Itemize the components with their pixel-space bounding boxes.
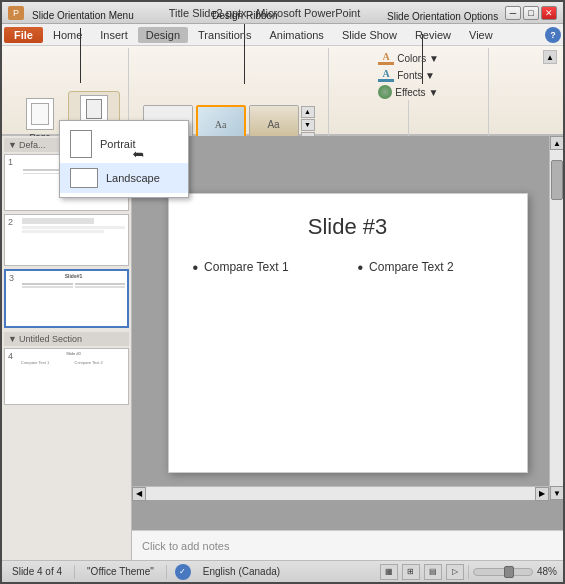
- scroll-h-track: [146, 487, 535, 500]
- cfe-section: A Colors ▼ A Fonts ▼ Effects ▼: [375, 50, 442, 100]
- ribbon-collapse-button[interactable]: ▲: [543, 50, 557, 64]
- slide-col-2: • Compare Text 2: [358, 260, 503, 282]
- menu-animations[interactable]: Animations: [261, 27, 331, 43]
- slide-main-panel: Slide #3 • Compare Text 1 • Compare Text: [132, 136, 563, 560]
- menu-review[interactable]: Review: [407, 27, 459, 43]
- maximize-button[interactable]: □: [523, 6, 539, 20]
- bullet-text-2: Compare Text 2: [369, 260, 454, 274]
- zoom-level: 48%: [537, 566, 557, 577]
- normal-view-button[interactable]: ▦: [380, 564, 398, 580]
- orientation-dropdown: Portrait Landscape: [59, 120, 189, 198]
- window-controls: ─ □ ✕: [505, 6, 557, 20]
- theme-name: "Office Theme": [83, 566, 158, 577]
- status-right: ▦ ⊞ ▤ ▷ 48%: [380, 564, 557, 580]
- minimize-button[interactable]: ─: [505, 6, 521, 20]
- colors-row[interactable]: A Colors ▼: [375, 50, 442, 66]
- reading-view-button[interactable]: ▤: [424, 564, 442, 580]
- slide-count: Slide 4 of 4: [8, 566, 66, 577]
- file-menu[interactable]: File: [4, 27, 43, 43]
- slide-col-1: • Compare Text 1: [193, 260, 338, 282]
- scroll-right-button[interactable]: ▶: [535, 487, 549, 501]
- app-icon: P: [8, 6, 24, 20]
- close-button[interactable]: ✕: [541, 6, 557, 20]
- slide-thumb-content-3: Slide#1: [20, 271, 127, 326]
- portrait-option[interactable]: Portrait: [60, 125, 188, 163]
- scroll-left-button[interactable]: ◀: [132, 487, 146, 501]
- zoom-slider[interactable]: [473, 568, 533, 576]
- untitled-section-name: Untitled Section: [19, 334, 82, 344]
- menu-view[interactable]: View: [461, 27, 501, 43]
- slide-num-2: 2: [5, 215, 19, 265]
- status-sep-3: [468, 565, 469, 579]
- landscape-option[interactable]: Landscape: [60, 163, 188, 193]
- slide-thumb-content-2: [19, 215, 128, 265]
- untitled-section-arrow: ▼: [8, 334, 17, 344]
- bullet-2: • Compare Text 2: [358, 260, 503, 276]
- theme-next-button[interactable]: ▼: [301, 119, 315, 131]
- effects-row[interactable]: Effects ▼: [375, 84, 442, 100]
- menu-transitions[interactable]: Transitions: [190, 27, 259, 43]
- slide-scrollbar-v: ▲ ▼: [549, 136, 563, 500]
- theme-prev-button[interactable]: ▲: [301, 106, 315, 118]
- slide-title: Slide #3: [308, 214, 388, 240]
- landscape-icon: [70, 168, 98, 188]
- colors-icon: A: [378, 51, 394, 65]
- language-status: English (Canada): [199, 566, 284, 577]
- fonts-row[interactable]: A Fonts ▼: [375, 67, 442, 83]
- fonts-icon: A: [378, 68, 394, 82]
- bullet-dot-1: •: [193, 260, 199, 276]
- window-title: Title Slide2.pptx - Microsoft PowerPoint: [24, 7, 505, 19]
- status-bar: Slide 4 of 4 "Office Theme" ✓ English (C…: [2, 560, 563, 582]
- slide-area: Slide #3 • Compare Text 1 • Compare Text: [132, 136, 563, 530]
- slide-num-3: 3: [6, 271, 20, 326]
- status-language-icon: ✓: [175, 564, 191, 580]
- status-sep-2: [166, 565, 167, 579]
- slide-thumb-2[interactable]: 2: [4, 214, 129, 266]
- notes-placeholder: Click to add notes: [142, 540, 229, 552]
- menu-home[interactable]: Home: [45, 27, 90, 43]
- orientation-icon: [80, 95, 108, 123]
- section-arrow: ▼: [8, 140, 17, 150]
- slide-panel-sidebar: ▼ Defa... 1 The Slide 2: [2, 136, 132, 560]
- colors-label: Colors ▼: [397, 53, 439, 64]
- scroll-thumb[interactable]: [551, 160, 563, 200]
- scroll-up-button[interactable]: ▲: [550, 136, 563, 150]
- landscape-label: Landscape: [106, 172, 160, 184]
- bullet-text-1: Compare Text 1: [204, 260, 289, 274]
- bullet-dot-2: •: [358, 260, 364, 276]
- slide-thumb-4[interactable]: 4 Slide #0 Compare Text 1 Compare Text 2: [4, 348, 129, 405]
- scroll-down-button[interactable]: ▼: [550, 486, 563, 500]
- slide-thumb-content-4: Slide #0 Compare Text 1 Compare Text 2: [19, 349, 128, 404]
- slide-scrollbar-h: ◀ ▶: [132, 486, 549, 500]
- menu-bar: File Home Insert Design Transitions Anim…: [2, 24, 563, 46]
- slide-num-1: 1: [5, 155, 19, 210]
- effects-label: Effects ▼: [395, 87, 438, 98]
- slideshow-button[interactable]: ▷: [446, 564, 464, 580]
- slide-canvas[interactable]: Slide #3 • Compare Text 1 • Compare Text: [168, 193, 528, 473]
- untitled-section-label: ▼ Untitled Section: [4, 332, 129, 346]
- portrait-label: Portrait: [100, 138, 135, 150]
- zoom-thumb[interactable]: [504, 566, 514, 578]
- status-sep-1: [74, 565, 75, 579]
- scroll-track: [550, 150, 563, 486]
- menu-design[interactable]: Design: [138, 27, 188, 43]
- bullet-1: • Compare Text 1: [193, 260, 338, 276]
- slide-sorter-button[interactable]: ⊞: [402, 564, 420, 580]
- page-setup-icon: [26, 98, 54, 130]
- app-window: Slide Orientation Menu Design Ribbon Sli…: [0, 0, 565, 584]
- portrait-icon: [70, 130, 92, 158]
- title-bar: P Title Slide2.pptx - Microsoft PowerPoi…: [2, 2, 563, 24]
- menu-slideshow[interactable]: Slide Show: [334, 27, 405, 43]
- slide-num-4: 4: [5, 349, 19, 404]
- section-name: Defa...: [19, 140, 46, 150]
- slide-columns: • Compare Text 1 • Compare Text 2: [193, 260, 503, 282]
- menu-insert[interactable]: Insert: [92, 27, 136, 43]
- main-area: ▼ Defa... 1 The Slide 2: [2, 136, 563, 560]
- help-button[interactable]: ?: [545, 27, 561, 43]
- slide-thumb-3[interactable]: 3 Slide#1: [4, 269, 129, 328]
- effects-icon: [378, 85, 392, 99]
- notes-area[interactable]: Click to add notes: [132, 530, 563, 560]
- fonts-label: Fonts ▼: [397, 70, 435, 81]
